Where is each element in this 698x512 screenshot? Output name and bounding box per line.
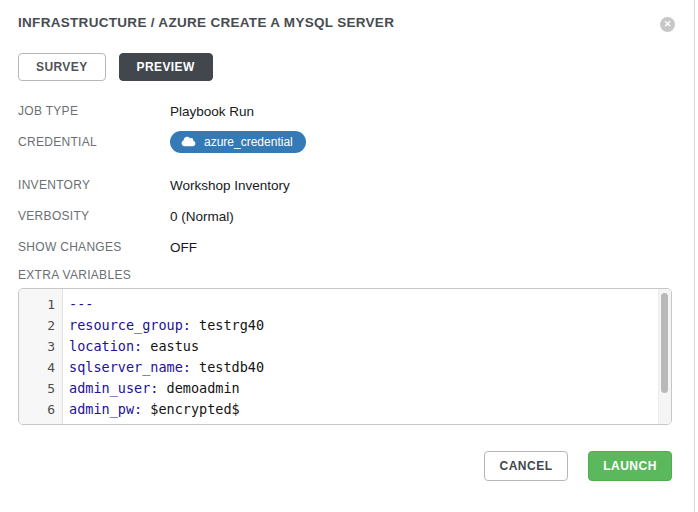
yaml-key: ---: [69, 296, 93, 312]
job-type-value: Playbook Run: [170, 104, 254, 119]
yaml-key: resource_group:: [69, 317, 191, 333]
code-line: 1 ---: [19, 294, 657, 315]
extra-variables-label: EXTRA VARIABLES: [18, 268, 131, 282]
code-line: 2 resource_group: testrg40: [19, 315, 657, 336]
verbosity-value: 0 (Normal): [170, 209, 234, 224]
yaml-value: $encrypted$: [142, 401, 240, 417]
code-line: 5 admin_user: demoadmin: [19, 378, 657, 399]
yaml-value: testrg40: [191, 317, 264, 333]
close-icon[interactable]: ✕: [660, 17, 675, 32]
code-line: 3 location: eastus: [19, 336, 657, 357]
tab-survey[interactable]: SURVEY: [18, 53, 106, 81]
launch-button[interactable]: LAUNCH: [588, 451, 672, 481]
credential-badge[interactable]: azure_credential: [170, 131, 306, 153]
yaml-key: admin_pw:: [69, 401, 142, 417]
page-title: INFRASTRUCTURE / AZURE CREATE A MYSQL SE…: [18, 15, 394, 30]
line-number: 7: [19, 420, 63, 425]
line-number: 4: [19, 357, 63, 378]
code-line: 7: [19, 420, 657, 425]
yaml-value: eastus: [142, 338, 199, 354]
code-area[interactable]: 1 --- 2 resource_group: testrg40 3 locat…: [19, 289, 657, 424]
cancel-button[interactable]: CANCEL: [484, 451, 568, 481]
extra-variables-editor[interactable]: 1 --- 2 resource_group: testrg40 3 locat…: [18, 288, 672, 425]
line-number: 5: [19, 378, 63, 399]
tab-bar: SURVEY PREVIEW: [18, 53, 213, 81]
job-type-row: JOB TYPE Playbook Run: [18, 103, 254, 119]
editor-scrollbar-thumb[interactable]: [661, 293, 668, 393]
modal-right-edge: [694, 0, 695, 512]
line-number: 6: [19, 399, 63, 420]
yaml-key: location:: [69, 338, 142, 354]
job-type-label: JOB TYPE: [18, 104, 170, 118]
show-changes-label: SHOW CHANGES: [18, 240, 170, 254]
line-number: 3: [19, 336, 63, 357]
code-line: 6 admin_pw: $encrypted$: [19, 399, 657, 420]
yaml-value: demoadmin: [158, 380, 239, 396]
line-number: 2: [19, 315, 63, 336]
editor-scrollbar-track[interactable]: [658, 289, 671, 424]
verbosity-row: VERBOSITY 0 (Normal): [18, 208, 234, 224]
verbosity-label: VERBOSITY: [18, 209, 170, 223]
credential-label: CREDENTIAL: [18, 135, 170, 149]
cloud-icon: [181, 136, 196, 147]
show-changes-row: SHOW CHANGES OFF: [18, 239, 197, 255]
inventory-label: INVENTORY: [18, 178, 170, 192]
yaml-value: testdb40: [191, 359, 264, 375]
tab-preview[interactable]: PREVIEW: [119, 53, 213, 81]
code-line: 4 sqlserver_name: testdb40: [19, 357, 657, 378]
credential-row: CREDENTIAL azure_credential: [18, 130, 306, 153]
inventory-value: Workshop Inventory: [170, 178, 290, 193]
inventory-row: INVENTORY Workshop Inventory: [18, 177, 290, 193]
yaml-key: admin_user:: [69, 380, 158, 396]
credential-badge-label: azure_credential: [204, 135, 293, 149]
yaml-key: sqlserver_name:: [69, 359, 191, 375]
line-number: 1: [19, 294, 63, 315]
show-changes-value: OFF: [170, 240, 197, 255]
